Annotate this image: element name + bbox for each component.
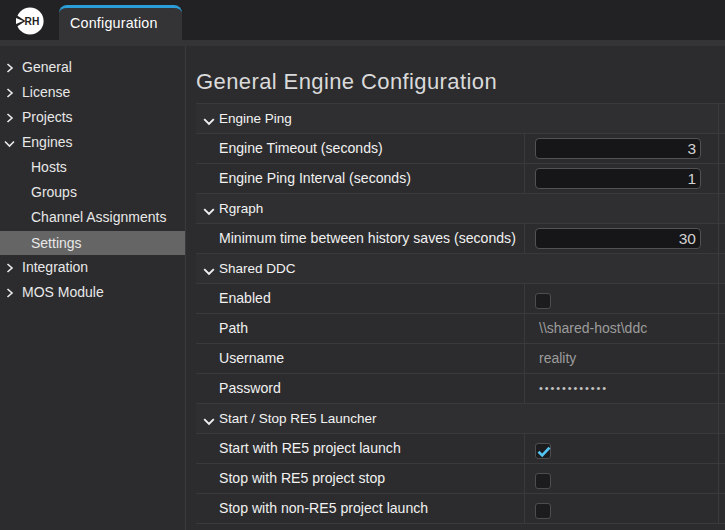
svg-text:RH: RH [25, 16, 40, 27]
